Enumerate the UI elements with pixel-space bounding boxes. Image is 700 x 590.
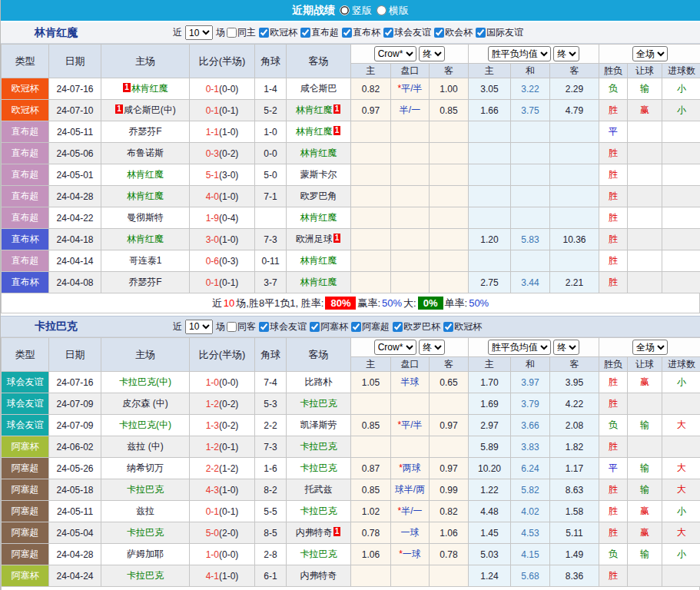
- league-checkbox-0[interactable]: [259, 322, 269, 332]
- odds-home: 0.82: [351, 78, 391, 100]
- league-checkbox-2[interactable]: [342, 28, 352, 38]
- league-checkbox-0[interactable]: [259, 28, 269, 38]
- corner-count: [255, 207, 287, 229]
- league-checkbox-2[interactable]: [351, 322, 361, 332]
- avg-type-select[interactable]: 胜平负均值: [488, 46, 551, 61]
- handicap-result: [628, 121, 662, 143]
- match-type-badge: 直布杯: [2, 229, 49, 250]
- home-team: 皮尔森 (中): [101, 393, 190, 415]
- col-odds-home: 主: [351, 64, 391, 78]
- match-count-select[interactable]: 10: [185, 320, 213, 334]
- match-score: 3-0(1-0): [190, 229, 255, 250]
- fulltime-score: 0-1: [206, 105, 219, 116]
- match-row: 阿塞超24-04-28萨姆加耶1-0(0-0)2-8卡拉巴克1.06*一球0.7…: [2, 544, 700, 565]
- league-filter-4[interactable]: 欧冠杯: [443, 320, 482, 333]
- league-filter-3[interactable]: 欧罗巴杯: [393, 320, 440, 333]
- avg-home: 1.24: [469, 565, 511, 587]
- league-checkbox-1[interactable]: [310, 322, 320, 332]
- odds-company-select[interactable]: Crow*: [374, 340, 416, 355]
- avg-type-select[interactable]: 胜平负均值: [488, 340, 551, 355]
- odds-final-select[interactable]: 终: [419, 46, 445, 61]
- avg-draw: [511, 186, 550, 207]
- odds-handicap: [391, 229, 430, 250]
- odds-away: 0.97: [430, 458, 469, 479]
- layout-horizontal-option[interactable]: 横版: [377, 4, 409, 18]
- league-filter-1[interactable]: 阿塞杯: [310, 320, 348, 333]
- odds-select-cell: Crow* 终: [351, 45, 469, 64]
- league-checkbox-4[interactable]: [443, 322, 453, 332]
- result: 负: [599, 415, 628, 436]
- goals-result: 大: [662, 479, 700, 501]
- horizontal-radio[interactable]: [377, 5, 386, 15]
- league-checkbox-3[interactable]: [393, 322, 403, 332]
- avg-away: 1.49: [550, 544, 599, 565]
- league-filter-0[interactable]: 欧冠杯: [259, 26, 297, 39]
- match-row: 直布超24-04-14哥连泰10-6(0-3)0-11林肯红魔胜: [2, 250, 700, 272]
- col-type: 类型: [2, 338, 49, 372]
- same-venue-filter[interactable]: 同客: [227, 320, 256, 333]
- col-goals: 进球数: [662, 64, 700, 78]
- odds-company-select[interactable]: Crow*: [374, 46, 416, 61]
- league-checkbox-1[interactable]: [300, 28, 310, 38]
- avg-final-select[interactable]: 终: [553, 46, 579, 61]
- section-header: 卡拉巴克 近10场同客球会友谊阿塞杯阿塞超欧罗巴杯欧冠杯: [1, 316, 700, 337]
- league-checkbox-3[interactable]: [383, 28, 393, 38]
- league-filter-4[interactable]: 欧会杯: [434, 26, 473, 39]
- team-label: 卡拉巴克: [127, 484, 164, 495]
- halftime-score: (0-4): [219, 213, 238, 224]
- odds-final-select[interactable]: 终: [419, 340, 445, 355]
- match-type-badge: 阿塞超: [2, 522, 49, 544]
- first-match-badge: 1: [333, 527, 341, 536]
- horizontal-label: 横版: [389, 4, 409, 18]
- corner-count: 0-11: [255, 250, 287, 272]
- league-filter-0[interactable]: 球会友谊: [259, 320, 307, 333]
- handicap-result: [628, 143, 662, 164]
- same-venue-checkbox[interactable]: [227, 28, 237, 38]
- fulltime-score: 0-3: [206, 148, 219, 159]
- result: 胜: [599, 436, 628, 458]
- league-filter-2[interactable]: 阿塞超: [351, 320, 390, 333]
- result: 平: [599, 458, 628, 479]
- odds-away: 0.85: [430, 100, 469, 121]
- odds-handicap: 球半/两: [391, 479, 430, 501]
- league-label: 欧会杯: [445, 26, 473, 39]
- result: 胜: [599, 186, 628, 207]
- scope-select[interactable]: 全场: [632, 46, 668, 61]
- odds-away: 0.99: [430, 479, 469, 501]
- home-team: 1咸仑斯巴(中): [101, 100, 190, 121]
- avg-away: 2.08: [550, 415, 599, 436]
- col-spread: 让球: [628, 357, 662, 372]
- team-label: 布鲁诺斯: [127, 148, 164, 158]
- match-date: 24-04-08: [49, 272, 101, 293]
- vertical-radio[interactable]: [340, 5, 350, 15]
- handicap-label: 平/半: [401, 83, 422, 94]
- match-count-select[interactable]: 10: [185, 25, 213, 40]
- league-filter-1[interactable]: 直布超: [300, 26, 339, 39]
- scope-select[interactable]: 全场: [632, 340, 668, 355]
- avg-final-select[interactable]: 终: [553, 340, 579, 355]
- avg-draw: 3.83: [511, 436, 550, 458]
- match-score: 5-0(2-0): [190, 522, 255, 544]
- fulltime-score: 5-0: [206, 528, 219, 539]
- odds-home: 0.78: [351, 522, 391, 544]
- same-venue-filter[interactable]: 同主: [227, 26, 256, 39]
- col-result: 胜负: [599, 357, 628, 372]
- layout-vertical-option[interactable]: 竖版: [340, 4, 372, 18]
- league-filter-5[interactable]: 国际友谊: [476, 26, 523, 39]
- corner-count: 1-4: [255, 78, 287, 100]
- halftime-score: (0-3): [219, 256, 238, 267]
- league-checkbox-5[interactable]: [476, 28, 486, 38]
- goals-result: [662, 143, 700, 164]
- match-row: 球会友谊24-07-09皮尔森 (中)1-2(0-2)5-3卡拉巴克1.693.…: [2, 393, 700, 415]
- avg-home: 2.97: [469, 415, 511, 436]
- league-filter-3[interactable]: 球会友谊: [383, 26, 431, 39]
- league-checkbox-4[interactable]: [434, 28, 444, 38]
- team-section: 林肯红魔 近10场同主欧冠杯直布超直布杯球会友谊欧会杯国际友谊 类型 日期 主场…: [1, 22, 700, 313]
- league-filter-2[interactable]: 直布杯: [342, 26, 380, 39]
- fulltime-score: 0-1: [206, 84, 219, 94]
- col-result: 胜负: [599, 64, 628, 78]
- match-date: 24-04-24: [49, 565, 101, 587]
- same-venue-checkbox[interactable]: [227, 322, 237, 332]
- handicap-result: [628, 272, 662, 293]
- avg-home: 1.66: [469, 100, 511, 121]
